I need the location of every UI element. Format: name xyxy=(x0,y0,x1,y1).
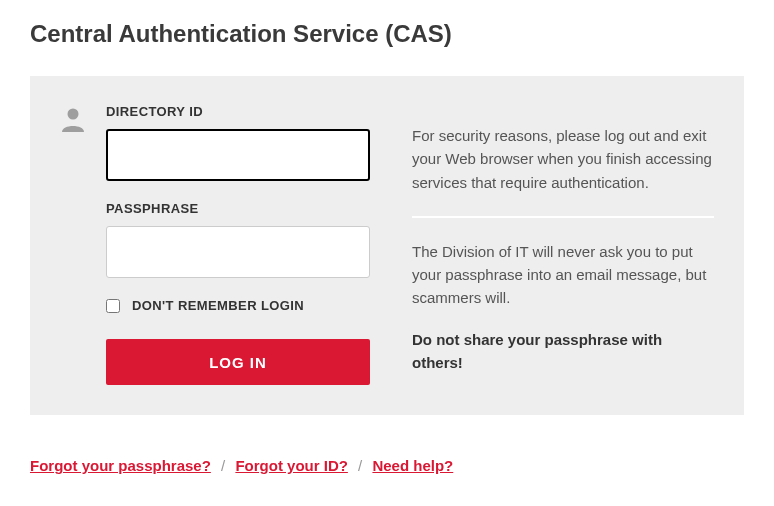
info-divider xyxy=(412,216,714,218)
directory-id-input[interactable] xyxy=(106,129,370,181)
login-panel: DIRECTORY ID PASSPHRASE DON'T REMEMBER L… xyxy=(30,76,744,415)
login-form: DIRECTORY ID PASSPHRASE DON'T REMEMBER L… xyxy=(106,104,376,385)
info-column: For security reasons, please log out and… xyxy=(394,104,714,385)
passphrase-label: PASSPHRASE xyxy=(106,201,376,216)
user-icon xyxy=(60,104,88,385)
dont-remember-label[interactable]: DON'T REMEMBER LOGIN xyxy=(132,298,304,313)
separator: / xyxy=(221,457,225,474)
footer-links: Forgot your passphrase? / Forgot your ID… xyxy=(30,457,744,474)
svg-point-0 xyxy=(68,109,79,120)
dont-remember-checkbox[interactable] xyxy=(106,299,120,313)
separator: / xyxy=(358,457,362,474)
forgot-id-link[interactable]: Forgot your ID? xyxy=(235,457,348,474)
security-notice: For security reasons, please log out and… xyxy=(412,124,714,194)
page-title: Central Authentication Service (CAS) xyxy=(30,20,744,48)
directory-id-label: DIRECTORY ID xyxy=(106,104,376,119)
share-warning: Do not share your passphrase with others… xyxy=(412,328,714,375)
need-help-link[interactable]: Need help? xyxy=(372,457,453,474)
scam-notice: The Division of IT will never ask you to… xyxy=(412,240,714,310)
passphrase-input[interactable] xyxy=(106,226,370,278)
forgot-passphrase-link[interactable]: Forgot your passphrase? xyxy=(30,457,211,474)
login-button[interactable]: LOG IN xyxy=(106,339,370,385)
